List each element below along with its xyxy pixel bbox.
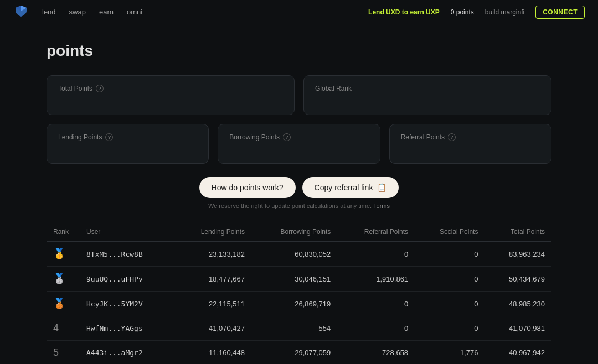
lending-points-info-icon[interactable]: ? [105, 133, 113, 141]
logo [13, 3, 42, 20]
cell-rank: 🥇 [47, 242, 80, 267]
col-lending: Lending Points [174, 222, 251, 242]
copy-icon: 📋 [377, 183, 386, 192]
terms-link[interactable]: Terms [373, 202, 390, 209]
table-row: 🥇 8TxM5...Rcw8B 23,133,182 60,830,052 0 … [47, 242, 551, 267]
borrowing-points-label: Borrowing Points ? [229, 133, 368, 141]
total-points-card: Total Points ? [47, 75, 295, 115]
nav-omni[interactable]: omni [127, 8, 142, 16]
cell-lending: 41,070,427 [174, 316, 251, 341]
nav-earn[interactable]: earn [99, 8, 114, 16]
cell-user[interactable]: A443i...aMgr2 [80, 341, 174, 365]
cell-total: 48,985,230 [484, 292, 551, 316]
cell-rank: 🥉 [47, 292, 80, 316]
global-rank-card: Global Rank [303, 75, 551, 115]
borrowing-points-info-icon[interactable]: ? [283, 133, 291, 141]
col-referral: Referral Points [337, 222, 415, 242]
cell-referral: 0 [337, 242, 415, 267]
lending-points-card: Lending Points ? [47, 124, 209, 164]
cell-user[interactable]: HwfNm...YAGgs [80, 316, 174, 341]
how-points-work-button[interactable]: How do points work? [199, 177, 296, 198]
cell-social: 0 [415, 292, 484, 316]
cell-social: 0 [415, 267, 484, 292]
cell-total: 50,434,679 [484, 267, 551, 292]
lending-points-label: Lending Points ? [58, 133, 197, 141]
cell-rank: 5 [47, 341, 80, 365]
cell-social: 0 [415, 316, 484, 341]
table-body: 🥇 8TxM5...Rcw8B 23,133,182 60,830,052 0 … [47, 242, 551, 365]
cell-borrowing: 29,077,059 [251, 341, 337, 365]
cell-rank: 🥈 [47, 267, 80, 292]
borrowing-points-card: Borrowing Points ? [218, 124, 380, 164]
header-right: Lend UXD to earn UXP 0 points build marg… [368, 6, 585, 19]
main-nav: lend swap earn omni [42, 8, 142, 16]
cell-lending: 18,477,667 [174, 267, 251, 292]
cell-user[interactable]: HcyJK...5YM2V [80, 292, 174, 316]
cell-borrowing: 554 [251, 316, 337, 341]
referral-points-card: Referral Points ? [389, 124, 551, 164]
promo-highlight: Lend UXD to earn UXP [368, 8, 440, 16]
col-user: User [80, 222, 174, 242]
cell-lending: 11,160,448 [174, 341, 251, 365]
nav-swap[interactable]: swap [69, 8, 86, 16]
table-row: 4 HwfNm...YAGgs 41,070,427 554 0 0 41,07… [47, 316, 551, 341]
table-row: 5 A443i...aMgr2 11,160,448 29,077,059 72… [47, 341, 551, 365]
col-rank: Rank [47, 222, 80, 242]
cell-total: 41,070,981 [484, 316, 551, 341]
points-badge: 0 points [451, 8, 474, 16]
table-header: Rank User Lending Points Borrowing Point… [47, 222, 551, 242]
referral-points-label: Referral Points ? [401, 133, 540, 141]
cell-total: 40,967,942 [484, 341, 551, 365]
main-content: points Total Points ? Global Rank Lendin… [33, 24, 565, 364]
col-borrowing: Borrowing Points [251, 222, 337, 242]
action-buttons: How do points work? Copy referral link 📋 [47, 177, 551, 198]
cell-referral: 728,658 [337, 341, 415, 365]
cell-lending: 23,133,182 [174, 242, 251, 267]
cell-social: 1,776 [415, 341, 484, 365]
cell-referral: 0 [337, 316, 415, 341]
cell-referral: 0 [337, 292, 415, 316]
total-points-info-icon[interactable]: ? [96, 85, 104, 92]
bottom-cards-row: Lending Points ? Borrowing Points ? Refe… [47, 124, 551, 164]
cell-rank: 4 [47, 316, 80, 341]
cell-user[interactable]: 9uuUQ...uFHPv [80, 267, 174, 292]
copy-referral-button[interactable]: Copy referral link 📋 [302, 177, 399, 198]
cell-total: 83,963,234 [484, 242, 551, 267]
disclaimer: We reserve the right to update point cal… [47, 202, 551, 209]
global-rank-label: Global Rank [315, 85, 540, 92]
nav-lend[interactable]: lend [42, 8, 56, 16]
cell-borrowing: 60,830,052 [251, 242, 337, 267]
referral-points-info-icon[interactable]: ? [448, 133, 456, 141]
connect-button[interactable]: CONNECT [535, 6, 585, 19]
build-link[interactable]: build marginfi [485, 8, 524, 16]
cell-borrowing: 26,869,719 [251, 292, 337, 316]
cell-lending: 22,115,511 [174, 292, 251, 316]
cell-borrowing: 30,046,151 [251, 267, 337, 292]
total-points-label: Total Points ? [58, 85, 283, 92]
col-total: Total Points [484, 222, 551, 242]
col-social: Social Points [415, 222, 484, 242]
page-title: points [47, 42, 551, 60]
top-cards-row: Total Points ? Global Rank [47, 75, 551, 115]
cell-user[interactable]: 8TxM5...Rcw8B [80, 242, 174, 267]
leaderboard-table: Rank User Lending Points Borrowing Point… [47, 222, 551, 364]
table-row: 🥉 HcyJK...5YM2V 22,115,511 26,869,719 0 … [47, 292, 551, 316]
cell-social: 0 [415, 242, 484, 267]
cell-referral: 1,910,861 [337, 267, 415, 292]
promo-text: Lend UXD to earn UXP [368, 8, 440, 16]
header: lend swap earn omni Lend UXD to earn UXP… [0, 0, 598, 24]
table-row: 🥈 9uuUQ...uFHPv 18,477,667 30,046,151 1,… [47, 267, 551, 292]
